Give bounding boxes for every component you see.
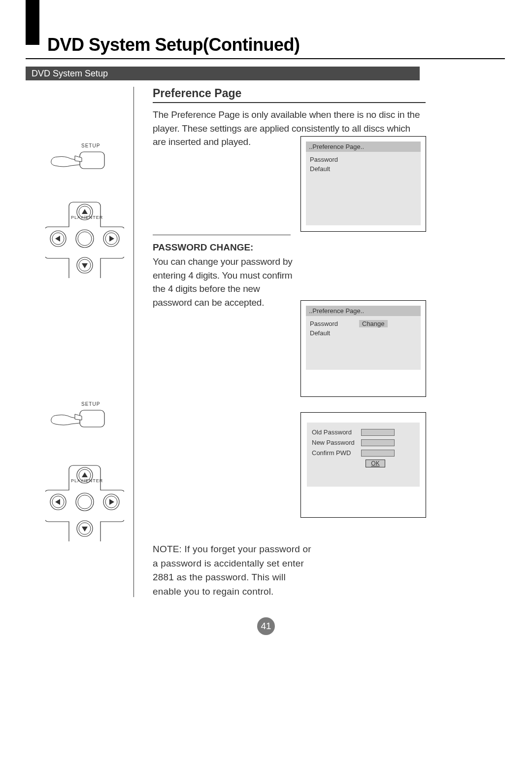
remote-diagram-1: SETUP [45, 146, 109, 176]
page-corner-decoration [26, 0, 39, 44]
password-change-heading: PASSWORD CHANGE: [153, 242, 300, 253]
ok-button[interactable]: OK [366, 460, 385, 467]
title-rule [26, 58, 505, 59]
remote-diagram-2: SETUP [45, 404, 109, 434]
dpad-icon-2 [45, 462, 124, 541]
hand-press-setup-icon [45, 146, 109, 176]
section-divider [153, 235, 291, 235]
old-password-label: Old Password [312, 428, 361, 436]
osd-preference-change-box: ..Preference Page.. Password Change Defa… [300, 300, 426, 397]
page-number: 41 [257, 617, 275, 635]
dpad-icon [45, 199, 124, 278]
osd-menu-row-password[interactable]: Password Change [310, 319, 417, 328]
setup-button-label-2: SETUP [81, 401, 100, 407]
confirm-password-label: Confirm PWD [312, 449, 361, 457]
osd-preference-page-box: ..Preference Page.. Password Default [300, 136, 426, 232]
section-bar: DVD System Setup [26, 67, 420, 80]
osd-titlebar-2: ..Preference Page.. [306, 306, 421, 316]
preference-heading: Preference Page [153, 87, 426, 100]
osd-menu-item-password-label: Password [310, 320, 359, 327]
old-password-row: Old Password [312, 428, 415, 436]
left-column: SETUP PLAY/ENTER [26, 87, 134, 597]
new-password-label: New Password [312, 439, 361, 446]
osd-menu-item-password-value: Change [359, 320, 388, 327]
old-password-input[interactable] [361, 429, 395, 436]
password-change-body: You can change your password by entering… [153, 255, 300, 309]
new-password-row: New Password [312, 439, 415, 446]
osd-menu-item-default-2[interactable]: Default [310, 328, 417, 338]
osd-password-form-box: Old Password New Password Confirm PWD OK [300, 412, 426, 518]
dpad-diagram-1: PLAY/ENTER [45, 199, 124, 278]
new-password-input[interactable] [361, 439, 395, 446]
osd-menu-item-password[interactable]: Password [310, 155, 417, 164]
svg-rect-15 [80, 410, 104, 427]
confirm-password-row: Confirm PWD [312, 449, 415, 457]
dpad-diagram-2: PLAY/ENTER [45, 462, 124, 541]
setup-button-label: SETUP [81, 143, 100, 148]
svg-rect-0 [80, 152, 104, 169]
dpad-center-label-2: PLAY/ENTER [71, 478, 103, 483]
preference-rule [153, 102, 426, 103]
osd-menu-item-default[interactable]: Default [310, 164, 417, 174]
osd-titlebar: ..Preference Page.. [306, 142, 421, 152]
svg-point-14 [78, 232, 92, 246]
dpad-center-label: PLAY/ENTER [71, 215, 103, 220]
svg-point-29 [78, 495, 92, 509]
confirm-password-input[interactable] [361, 450, 395, 457]
hand-press-setup-icon-2 [45, 404, 109, 434]
note-text: NOTE: If you forget your password or a p… [153, 542, 315, 599]
page-title: DVD System Setup(Continued) [47, 35, 300, 55]
